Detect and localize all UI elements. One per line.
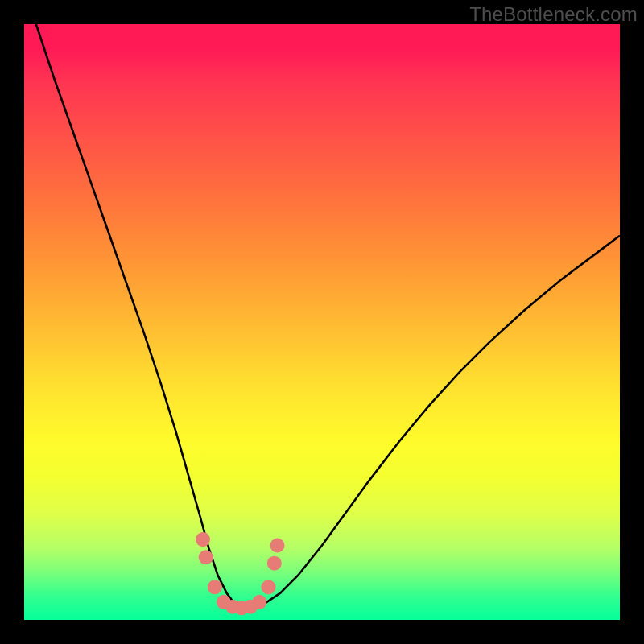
watermark-text: TheBottleneck.com: [469, 3, 638, 26]
curve-marker: [267, 556, 282, 571]
curve-marker: [270, 539, 285, 553]
curve-marker: [208, 580, 222, 594]
bottleneck-curve: [36, 24, 620, 608]
curve-marker: [199, 550, 213, 564]
plot-area: [24, 24, 620, 620]
curve-marker: [196, 532, 210, 547]
chart-frame: TheBottleneck.com: [0, 0, 644, 644]
curve-marker: [261, 580, 275, 594]
chart-svg: [24, 24, 620, 620]
curve-markers: [196, 532, 285, 615]
curve-marker: [252, 595, 266, 609]
